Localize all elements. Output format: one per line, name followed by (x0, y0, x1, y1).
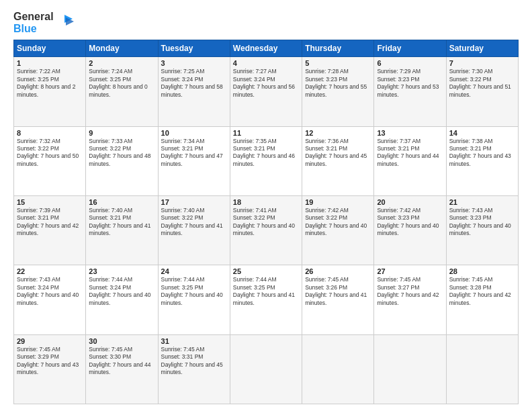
day-info: Sunrise: 7:28 AMSunset: 3:23 PMDaylight:… (305, 68, 371, 99)
calendar-header-saturday: Saturday (446, 40, 518, 57)
day-number: 5 (305, 59, 371, 67)
calendar-cell: 3Sunrise: 7:25 AMSunset: 3:24 PMDaylight… (158, 57, 230, 126)
day-number: 8 (17, 129, 83, 137)
calendar-header-monday: Monday (86, 40, 158, 57)
day-number: 28 (449, 267, 515, 275)
day-info: Sunrise: 7:45 AMSunset: 3:28 PMDaylight:… (449, 276, 515, 307)
calendar-week-row: 22Sunrise: 7:43 AMSunset: 3:24 PMDayligh… (14, 265, 519, 334)
day-number: 11 (233, 129, 299, 137)
calendar-cell: 15Sunrise: 7:39 AMSunset: 3:21 PMDayligh… (14, 195, 86, 265)
day-number: 4 (233, 59, 299, 67)
day-info: Sunrise: 7:37 AMSunset: 3:21 PMDaylight:… (377, 138, 443, 169)
calendar-cell: 1Sunrise: 7:22 AMSunset: 3:25 PMDaylight… (14, 57, 86, 126)
calendar-week-row: 15Sunrise: 7:39 AMSunset: 3:21 PMDayligh… (14, 195, 519, 265)
calendar-cell: 5Sunrise: 7:28 AMSunset: 3:23 PMDaylight… (302, 57, 374, 126)
day-number: 24 (161, 267, 227, 275)
calendar-cell: 2Sunrise: 7:24 AMSunset: 3:25 PMDaylight… (86, 57, 158, 126)
calendar-cell: 31Sunrise: 7:45 AMSunset: 3:31 PMDayligh… (158, 334, 230, 404)
day-info: Sunrise: 7:34 AMSunset: 3:21 PMDaylight:… (161, 138, 227, 169)
calendar-cell: 8Sunrise: 7:32 AMSunset: 3:22 PMDaylight… (14, 126, 86, 195)
calendar-header-wednesday: Wednesday (230, 40, 302, 57)
day-info: Sunrise: 7:38 AMSunset: 3:21 PMDaylight:… (449, 138, 515, 169)
calendar-cell: 27Sunrise: 7:45 AMSunset: 3:27 PMDayligh… (374, 265, 446, 334)
calendar-table: SundayMondayTuesdayWednesdayThursdayFrid… (13, 40, 519, 404)
day-number: 6 (377, 59, 443, 67)
page: General Blue SundayMondayTuesdayWednesda… (0, 0, 532, 411)
calendar-cell: 20Sunrise: 7:42 AMSunset: 3:23 PMDayligh… (374, 195, 446, 265)
calendar-cell: 24Sunrise: 7:44 AMSunset: 3:25 PMDayligh… (158, 265, 230, 334)
day-info: Sunrise: 7:40 AMSunset: 3:21 PMDaylight:… (89, 207, 154, 238)
day-number: 19 (305, 198, 371, 206)
day-number: 1 (17, 59, 83, 67)
calendar-cell: 26Sunrise: 7:45 AMSunset: 3:26 PMDayligh… (302, 265, 374, 334)
day-info: Sunrise: 7:24 AMSunset: 3:25 PMDaylight:… (89, 68, 154, 99)
calendar-header-sunday: Sunday (14, 40, 86, 57)
calendar-cell: 30Sunrise: 7:45 AMSunset: 3:30 PMDayligh… (86, 334, 158, 404)
day-info: Sunrise: 7:45 AMSunset: 3:26 PMDaylight:… (305, 276, 371, 307)
calendar-week-row: 1Sunrise: 7:22 AMSunset: 3:25 PMDaylight… (14, 57, 519, 126)
day-number: 2 (89, 59, 154, 67)
calendar-cell (374, 334, 446, 404)
logo: General Blue (13, 11, 74, 34)
day-number: 27 (377, 267, 443, 275)
day-info: Sunrise: 7:29 AMSunset: 3:23 PMDaylight:… (377, 68, 443, 99)
day-number: 16 (89, 198, 154, 206)
day-info: Sunrise: 7:42 AMSunset: 3:22 PMDaylight:… (305, 207, 371, 238)
day-number: 31 (161, 337, 227, 345)
logo-general: General (13, 11, 54, 23)
day-number: 14 (449, 129, 515, 137)
calendar-cell: 17Sunrise: 7:40 AMSunset: 3:22 PMDayligh… (158, 195, 230, 265)
day-number: 3 (161, 59, 227, 67)
calendar-cell (302, 334, 374, 404)
calendar-cell: 29Sunrise: 7:45 AMSunset: 3:29 PMDayligh… (14, 334, 86, 404)
day-info: Sunrise: 7:40 AMSunset: 3:22 PMDaylight:… (161, 207, 227, 238)
logo-container: General Blue (13, 11, 74, 34)
day-info: Sunrise: 7:43 AMSunset: 3:23 PMDaylight:… (449, 207, 515, 238)
calendar-cell: 12Sunrise: 7:36 AMSunset: 3:21 PMDayligh… (302, 126, 374, 195)
calendar-cell: 28Sunrise: 7:45 AMSunset: 3:28 PMDayligh… (446, 265, 518, 334)
day-info: Sunrise: 7:45 AMSunset: 3:30 PMDaylight:… (89, 346, 154, 377)
calendar-cell: 19Sunrise: 7:42 AMSunset: 3:22 PMDayligh… (302, 195, 374, 265)
day-info: Sunrise: 7:45 AMSunset: 3:29 PMDaylight:… (17, 346, 83, 377)
calendar-cell: 25Sunrise: 7:44 AMSunset: 3:25 PMDayligh… (230, 265, 302, 334)
calendar-cell: 4Sunrise: 7:27 AMSunset: 3:24 PMDaylight… (230, 57, 302, 126)
day-number: 15 (17, 198, 83, 206)
day-number: 7 (449, 59, 515, 67)
calendar-cell (446, 334, 518, 404)
day-number: 26 (305, 267, 371, 275)
calendar-cell: 14Sunrise: 7:38 AMSunset: 3:21 PMDayligh… (446, 126, 518, 195)
day-info: Sunrise: 7:41 AMSunset: 3:22 PMDaylight:… (233, 207, 299, 238)
day-info: Sunrise: 7:45 AMSunset: 3:27 PMDaylight:… (377, 276, 443, 307)
day-info: Sunrise: 7:44 AMSunset: 3:25 PMDaylight:… (233, 276, 299, 307)
day-info: Sunrise: 7:25 AMSunset: 3:24 PMDaylight:… (161, 68, 227, 99)
calendar-cell (230, 334, 302, 404)
day-number: 9 (89, 129, 154, 137)
logo-text: General Blue (13, 11, 54, 34)
calendar-cell: 22Sunrise: 7:43 AMSunset: 3:24 PMDayligh… (14, 265, 86, 334)
day-number: 23 (89, 267, 154, 275)
day-info: Sunrise: 7:39 AMSunset: 3:21 PMDaylight:… (17, 207, 83, 238)
day-info: Sunrise: 7:35 AMSunset: 3:21 PMDaylight:… (233, 138, 299, 169)
day-number: 12 (305, 129, 371, 137)
calendar-cell: 23Sunrise: 7:44 AMSunset: 3:24 PMDayligh… (86, 265, 158, 334)
calendar-cell: 13Sunrise: 7:37 AMSunset: 3:21 PMDayligh… (374, 126, 446, 195)
day-info: Sunrise: 7:45 AMSunset: 3:31 PMDaylight:… (161, 346, 227, 377)
day-number: 18 (233, 198, 299, 206)
day-number: 10 (161, 129, 227, 137)
day-info: Sunrise: 7:36 AMSunset: 3:21 PMDaylight:… (305, 138, 371, 169)
calendar-cell: 11Sunrise: 7:35 AMSunset: 3:21 PMDayligh… (230, 126, 302, 195)
logo-blue: Blue (13, 23, 54, 35)
day-info: Sunrise: 7:44 AMSunset: 3:24 PMDaylight:… (89, 276, 154, 307)
day-info: Sunrise: 7:44 AMSunset: 3:25 PMDaylight:… (161, 276, 227, 307)
day-number: 22 (17, 267, 83, 275)
calendar-cell: 10Sunrise: 7:34 AMSunset: 3:21 PMDayligh… (158, 126, 230, 195)
calendar-cell: 7Sunrise: 7:30 AMSunset: 3:22 PMDaylight… (446, 57, 518, 126)
calendar-cell: 9Sunrise: 7:33 AMSunset: 3:22 PMDaylight… (86, 126, 158, 195)
day-number: 20 (377, 198, 443, 206)
day-info: Sunrise: 7:22 AMSunset: 3:25 PMDaylight:… (17, 68, 83, 99)
day-number: 17 (161, 198, 227, 206)
day-info: Sunrise: 7:27 AMSunset: 3:24 PMDaylight:… (233, 68, 299, 99)
day-info: Sunrise: 7:42 AMSunset: 3:23 PMDaylight:… (377, 207, 443, 238)
day-number: 13 (377, 129, 443, 137)
calendar-cell: 18Sunrise: 7:41 AMSunset: 3:22 PMDayligh… (230, 195, 302, 265)
